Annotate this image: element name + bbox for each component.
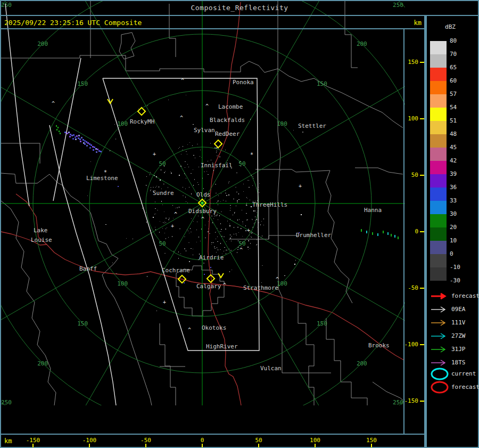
scale-boundary-label: 42 — [450, 158, 471, 164]
city-label: Innisfail — [201, 162, 233, 169]
clutter-pixel — [238, 193, 239, 194]
clutter-pixel — [150, 174, 150, 175]
clutter-pixel — [186, 250, 186, 251]
clutter-pixel — [236, 173, 237, 173]
clutter-pixel — [257, 239, 257, 240]
clutter-pixel — [229, 181, 229, 182]
clutter-pixel — [209, 233, 210, 234]
map-bottom-border — [0, 434, 425, 435]
clutter-pixel — [228, 194, 229, 196]
clutter-pixel — [249, 235, 250, 235]
echo-pixel — [79, 139, 81, 140]
radar-center-dot — [201, 202, 203, 204]
echo-pixel — [60, 133, 61, 134]
bottom-axis-tick — [371, 444, 372, 447]
clutter-pixel — [199, 167, 199, 167]
clutter-pixel — [219, 215, 220, 216]
bottom-axis-tick — [32, 444, 34, 447]
clutter-pixel — [156, 311, 157, 311]
clutter-pixel — [188, 242, 189, 243]
scale-color-block — [430, 108, 447, 121]
scale-color-block — [430, 201, 447, 214]
clutter-pixel — [252, 219, 253, 220]
city-label: Lake — [34, 227, 48, 234]
white-dot-marker — [160, 180, 161, 181]
clutter-pixel — [252, 176, 253, 177]
clutter-pixel — [142, 208, 143, 209]
legend-item-27ZW: 27ZW — [429, 331, 479, 341]
clutter-pixel — [212, 223, 212, 223]
clutter-pixel — [164, 166, 164, 167]
ring-distance-label: 150 — [77, 80, 88, 87]
clutter-pixel — [155, 201, 155, 202]
clutter-pixel — [220, 231, 220, 232]
clutter-pixel — [175, 208, 176, 208]
clutter-pixel — [185, 175, 186, 175]
county-boundary — [160, 323, 176, 405]
clutter-pixel — [200, 150, 201, 150]
clutter-pixel — [150, 172, 151, 173]
clutter-pixel — [262, 235, 262, 237]
echo-pixel — [89, 143, 90, 145]
window-title: Composite_Reflectivity — [0, 4, 479, 12]
clutter-pixel — [260, 224, 261, 225]
echo-pixel — [76, 135, 78, 137]
clutter-pixel — [193, 221, 194, 222]
clutter-pixel — [243, 191, 244, 192]
echo-pixel — [95, 148, 97, 150]
clutter-pixel — [186, 178, 186, 178]
clutter-pixel — [295, 260, 296, 260]
clutter-pixel — [212, 222, 213, 223]
clutter-pixel — [224, 237, 225, 237]
echo-pixel — [84, 143, 86, 145]
echo-pixel — [86, 145, 88, 146]
radial-line — [202, 0, 346, 203]
clutter-pixel — [255, 220, 255, 221]
clutter-pixel — [166, 222, 166, 223]
clutter-pixel — [221, 193, 221, 194]
scale-color-block — [430, 121, 447, 134]
clutter-pixel — [235, 187, 236, 188]
scale-color-block — [430, 68, 447, 81]
clutter-pixel — [245, 230, 246, 231]
plus-marker: + — [163, 299, 166, 305]
clutter-pixel — [224, 251, 224, 251]
ring-distance-label: 100 — [117, 120, 128, 127]
clutter-pixel — [256, 245, 257, 246]
radial-line — [59, 203, 202, 405]
clutter-pixel — [213, 242, 214, 243]
clutter-pixel — [168, 187, 168, 188]
city-label: ThreeHills — [252, 201, 287, 208]
clutter-pixel — [217, 241, 218, 242]
scale-color-block — [430, 188, 447, 201]
clutter-pixel — [248, 240, 249, 241]
clutter-pixel — [220, 201, 221, 202]
clutter-pixel — [257, 244, 257, 245]
scale-boundary-label: 33 — [450, 198, 471, 204]
scale-color-block — [430, 174, 447, 188]
clutter-pixel — [230, 234, 230, 235]
echo-pixel — [90, 144, 92, 146]
legend-label: forecast — [451, 384, 479, 390]
scale-color-block — [430, 134, 447, 148]
clutter-pixel — [169, 218, 170, 218]
clutter-pixel — [239, 219, 240, 220]
echo-pixel — [81, 137, 82, 139]
frame-top — [0, 0, 479, 1]
clutter-pixel — [217, 202, 217, 203]
clutter-pixel — [248, 249, 249, 250]
bottom-axis-tick-label: 50 — [247, 437, 270, 444]
clutter-pixel — [251, 237, 252, 238]
clutter-pixel — [200, 241, 201, 241]
scale-color-block — [430, 267, 447, 281]
clutter-pixel — [247, 247, 249, 248]
echo-pixel — [92, 146, 94, 148]
clutter-pixel — [252, 227, 253, 227]
clutter-pixel — [242, 242, 243, 242]
right-axis-tick-label: 150 — [398, 59, 418, 66]
clutter-pixel — [247, 205, 247, 206]
scale-boundary-label: -30 — [450, 278, 471, 284]
clutter-pixel — [257, 212, 257, 213]
right-axis-tick — [420, 175, 424, 176]
echo-pixel — [64, 132, 66, 133]
